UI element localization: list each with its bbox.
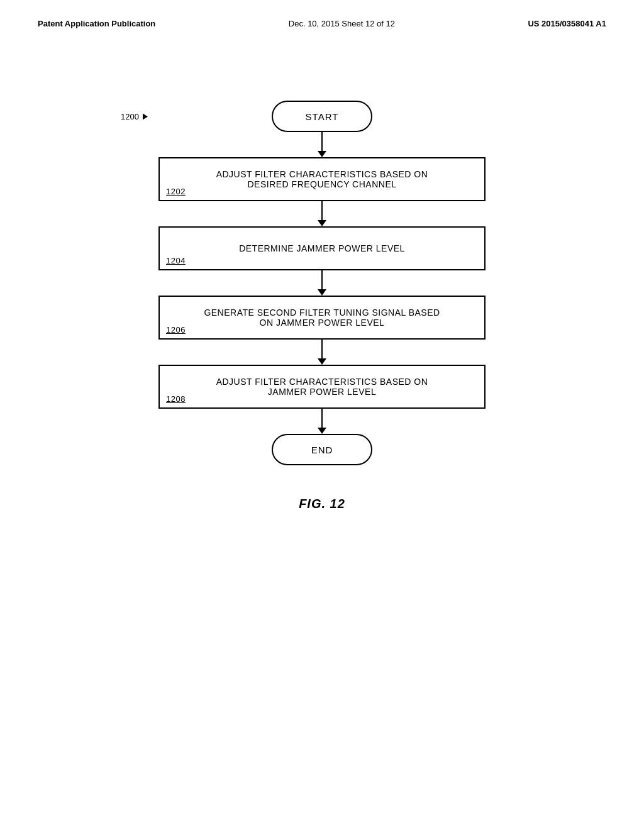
start-row: 1200 START [102, 101, 542, 132]
arrow-2 [318, 201, 326, 226]
end-text: END [311, 445, 333, 455]
step-1202-box: ADJUST FILTER CHARACTERISTICS BASED ONDE… [158, 157, 486, 201]
header-left-text: Patent Application Publication [38, 19, 155, 28]
arrow-3 [318, 270, 326, 296]
arrow-4 [318, 340, 326, 365]
start-oval: START [272, 101, 372, 132]
step-1206-label: 1206 [166, 325, 186, 335]
end-oval: END [272, 434, 372, 465]
start-label: 1200 [121, 112, 148, 121]
header-center-text: Dec. 10, 2015 Sheet 12 of 12 [289, 19, 395, 28]
step-1206-text: GENERATE SECOND FILTER TUNING SIGNAL BAS… [204, 307, 440, 328]
arrow-5 [318, 409, 326, 434]
flowchart: 1200 START ADJUST FILTER CHARACTERISTICS… [102, 101, 542, 511]
arrow-1 [318, 132, 326, 157]
step-1208-label: 1208 [166, 394, 186, 404]
step-1202-label: 1202 [166, 187, 186, 196]
step-1208-text: ADJUST FILTER CHARACTERISTICS BASED ONJA… [216, 377, 428, 397]
step-1202-text: ADJUST FILTER CHARACTERISTICS BASED ONDE… [216, 169, 428, 189]
step-1204-text: DETERMINE JAMMER POWER LEVEL [239, 243, 405, 253]
step-1204-label: 1204 [166, 256, 186, 265]
flowchart-start-number: 1200 [121, 112, 139, 121]
step-1208-box: ADJUST FILTER CHARACTERISTICS BASED ONJA… [158, 365, 486, 409]
start-text: START [306, 111, 339, 122]
figure-caption: FIG. 12 [299, 497, 345, 511]
start-arrow-icon [143, 113, 148, 119]
step-1206-box: GENERATE SECOND FILTER TUNING SIGNAL BAS… [158, 296, 486, 340]
header-right-text: US 2015/0358041 A1 [528, 19, 606, 28]
step-1204-box: DETERMINE JAMMER POWER LEVEL 1204 [158, 226, 486, 270]
diagram-area: 1200 START ADJUST FILTER CHARACTERISTICS… [0, 75, 644, 830]
page-header: Patent Application Publication Dec. 10, … [0, 0, 644, 41]
